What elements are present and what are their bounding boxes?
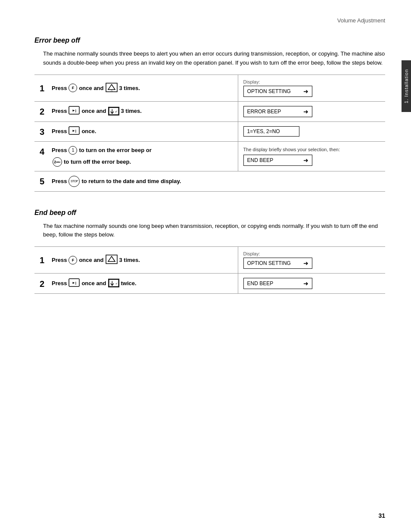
step3-left: 3 Press ►| once.: [34, 121, 238, 141]
step1-display-label: Display:: [243, 79, 380, 84]
step1-press: Press: [52, 85, 67, 91]
step3-number: 3: [40, 126, 52, 137]
step1-arrow-icon: ➜: [303, 88, 308, 95]
end-step2-display-box: END BEEP ➜: [243, 278, 312, 289]
down-arrow2-key-icon: ↙: [108, 279, 119, 287]
svg-marker-11: [108, 256, 115, 261]
menu-key2-icon: ►|: [68, 126, 80, 136]
sidebar-label: 1. Installation: [404, 69, 409, 103]
table-row: 2 Press ►| once and: [34, 101, 385, 121]
step4-turn-on: to turn on the error beep or: [79, 147, 151, 153]
end-step1-number: 1: [40, 255, 52, 265]
end-step1-instruction: Press F once and 3 times.: [52, 255, 140, 265]
step4-display-box: END BEEP ➜: [243, 155, 312, 166]
step4-sub-instruction: 2abc to turn off the error beep.: [52, 157, 152, 167]
step3-display-box: 1=YES, 2=NO: [243, 126, 299, 137]
up-arrow2-key-icon: [106, 255, 118, 265]
step4-main-instruction: Press 1 to turn on the error beep or: [52, 146, 152, 155]
step2-arrow-icon: ➜: [303, 108, 308, 115]
step3-instruction: Press ►| once.: [52, 126, 96, 136]
step5-instruction: Press STOP to return to the date and tim…: [52, 176, 181, 187]
table-row: 5 Press STOP to return to the date and t…: [34, 171, 385, 191]
end-step1-press: Press: [52, 257, 67, 263]
svg-text:►|: ►|: [72, 109, 76, 112]
end-step2-right: END BEEP ➜: [238, 274, 385, 294]
end-step2-instruction: Press ►| once and: [52, 278, 137, 288]
step3-once: once.: [81, 128, 96, 134]
step5-number: 5: [40, 176, 52, 187]
end-step2-left: 2 Press ►| once and: [34, 274, 238, 294]
step2-instruction: Press ►| once and: [52, 106, 142, 116]
end-beep-section: End beep off The fax machine normally so…: [34, 209, 385, 294]
step5-press: Press: [52, 178, 67, 184]
up-arrow-key-icon: △: [106, 83, 118, 93]
key2-icon: 2abc: [53, 157, 62, 167]
key1-icon: 1: [68, 146, 77, 155]
page-number: 31: [378, 512, 385, 519]
end-step1-display-label: Display:: [243, 251, 380, 256]
table-row: 1 Press F once and △: [34, 75, 385, 101]
end-step2-number: 2: [40, 278, 52, 289]
menu-key3-icon: ►|: [68, 278, 80, 288]
end-step2-display-text: END BEEP: [247, 280, 274, 286]
end-step1-display-box: OPTION SETTING ➜: [243, 258, 312, 269]
table-row: 4 Press 1 to turn on the error beep or 2…: [34, 141, 385, 171]
menu-key-icon: ►|: [68, 106, 80, 116]
step4-number: 4: [40, 146, 52, 157]
table-row: 3 Press ►| once.: [34, 121, 385, 141]
step1-times: 3 times.: [119, 85, 140, 91]
end-beep-steps-table: 1 Press F once and 3 times.: [34, 246, 385, 294]
step4-display-brief: The display briefly shows your selection…: [243, 146, 380, 153]
svg-text:↙: ↙: [115, 109, 117, 113]
step1-display-text: OPTION SETTING: [247, 88, 291, 94]
table-row: 1 Press F once and 3 times.: [34, 247, 385, 274]
page-header: Volume Adjustment: [34, 17, 385, 24]
svg-text:△: △: [110, 89, 112, 92]
sidebar-tab: 1. Installation: [402, 60, 411, 112]
step4-turn-off: to turn off the error beep.: [64, 159, 131, 165]
end-step2-twice: twice.: [121, 280, 137, 286]
end-step2-arrow-icon: ➜: [303, 280, 308, 287]
error-beep-description: The machine normally sounds three beeps …: [43, 50, 385, 68]
page-wrapper: 1. Installation Volume Adjustment Error …: [0, 0, 411, 532]
error-beep-title: Error beep off: [34, 37, 385, 44]
step4-press: Press: [52, 147, 67, 153]
step1-number: 1: [40, 83, 52, 93]
step2-right: ERROR BEEP ➜: [238, 101, 385, 121]
step4-left: 4 Press 1 to turn on the error beep or 2…: [34, 141, 238, 171]
step2-left: 2 Press ►| once and: [34, 101, 238, 121]
step2-times: 3 times.: [121, 108, 142, 114]
step5-full: 5 Press STOP to return to the date and t…: [34, 171, 385, 191]
end-step1-left: 1 Press F once and 3 times.: [34, 247, 238, 274]
step3-right: 1=YES, 2=NO: [238, 121, 385, 141]
step1-left: 1 Press F once and △: [34, 75, 238, 101]
step1-once-and: once and: [79, 85, 103, 91]
step2-once-and: once and: [81, 108, 106, 114]
step2-display-box: ERROR BEEP ➜: [243, 106, 312, 117]
step3-display-text: 1=YES, 2=NO: [247, 128, 280, 134]
error-beep-steps-table: 1 Press F once and △: [34, 75, 385, 192]
end-beep-title: End beep off: [34, 209, 385, 217]
end-step1-arrow-icon: ➜: [303, 260, 308, 267]
step1-right: Display: OPTION SETTING ➜: [238, 75, 385, 101]
end-step1-once-and: once and: [79, 257, 103, 263]
end-step1-times: 3 times.: [119, 257, 140, 263]
end-step2-press: Press: [52, 280, 67, 286]
error-beep-section: Error beep off The machine normally soun…: [34, 37, 385, 192]
step5-return: to return to the date and time display.: [81, 178, 181, 184]
header-title: Volume Adjustment: [337, 17, 385, 24]
step3-press: Press: [52, 128, 67, 134]
end-step1-display-text: OPTION SETTING: [247, 260, 291, 266]
f-key2-icon: F: [68, 256, 77, 264]
svg-text:►|: ►|: [72, 281, 76, 285]
table-row: 2 Press ►| once and: [34, 274, 385, 294]
step1-instruction: Press F once and △: [52, 83, 140, 93]
svg-text:►|: ►|: [72, 129, 76, 133]
f-key-icon: F: [68, 84, 77, 92]
svg-text:↙: ↙: [115, 282, 117, 285]
end-step2-once-and: once and: [81, 280, 106, 286]
down-arrow-key-icon: ↙: [108, 107, 119, 115]
step4-instruction-block: Press 1 to turn on the error beep or 2ab…: [52, 146, 152, 167]
stop-key-icon: STOP: [68, 176, 80, 187]
step2-display-text: ERROR BEEP: [247, 109, 281, 115]
